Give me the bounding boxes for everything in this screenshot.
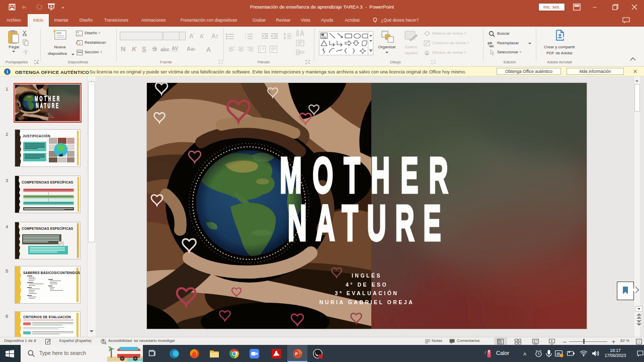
svg-text:ac: ac [490,44,494,47]
svg-text:@: @ [556,351,560,356]
svg-text:P: P [295,351,298,356]
